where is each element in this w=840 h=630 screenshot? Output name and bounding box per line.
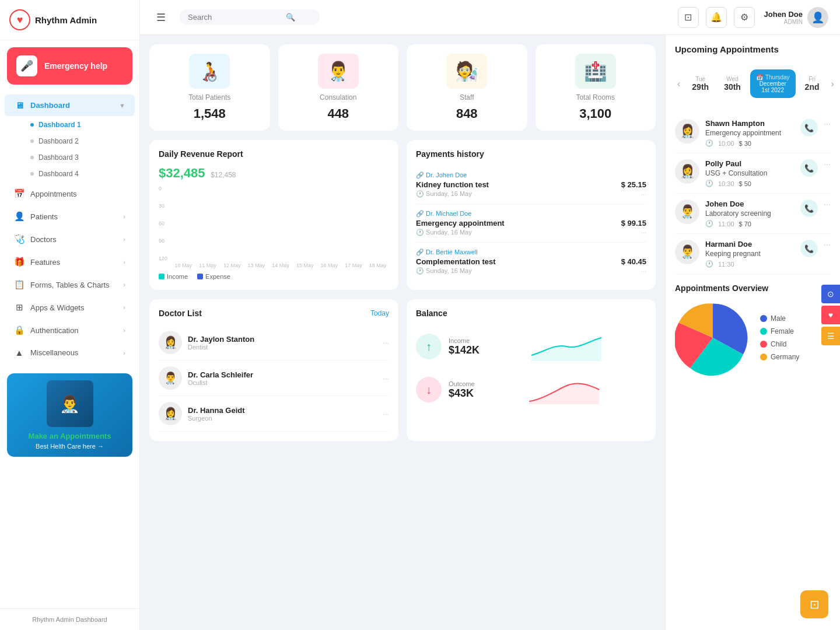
settings-button[interactable]: ⚙ xyxy=(734,7,755,28)
patients-icon: 👤 xyxy=(14,211,24,222)
stat-value-rooms: 3,100 xyxy=(579,106,611,121)
doctor-name: Dr. Jaylon Stanton xyxy=(188,335,377,344)
search-bar[interactable]: 🔍 xyxy=(180,9,320,25)
sidebar-item-appointments[interactable]: 📅 Appointments xyxy=(5,183,135,205)
stat-card-consulation: 👨‍⚕️ Consulation 448 xyxy=(278,44,399,131)
list-item: 👩‍⚕️ Dr. Jaylon Stanton Dentist ··· xyxy=(159,325,389,360)
appointment-item: 👨‍⚕️ Johen Doe Laboratory screening 🕐 11… xyxy=(675,194,831,234)
date-prev-button[interactable]: ‹ xyxy=(675,76,682,92)
appt-patient-name: Johen Doe xyxy=(705,200,794,208)
sidebar-item-dashboard3[interactable]: Dashboard 3 xyxy=(21,149,139,166)
date-item-tue[interactable]: Tue 29th xyxy=(686,71,715,96)
legend-color xyxy=(760,328,767,335)
appointments-overview: Appointments Overview xyxy=(675,284,831,376)
payment-service: Kidney function test$ 25.15 xyxy=(416,180,646,189)
appt-patient-name: Polly Paul xyxy=(705,159,794,168)
appt-options-button[interactable]: ··· xyxy=(824,240,831,249)
date-full-thu: December 1st 2022 xyxy=(756,80,790,93)
pie-chart xyxy=(675,300,751,376)
payment-dots[interactable]: ··· xyxy=(641,229,646,236)
features-icon: 🎁 xyxy=(14,257,24,267)
sidebar-item-dashboard[interactable]: 🖥 Dashboard ▼ xyxy=(5,94,135,116)
apps-icon: ⊞ xyxy=(14,302,24,313)
side-tool-red[interactable]: ♥ xyxy=(821,306,840,324)
stat-card-staff: 🧑‍🔬 Staff 848 xyxy=(407,44,527,131)
appt-type: Laboratory screening xyxy=(705,209,794,218)
promo-subtitle[interactable]: Best Helth Care here → xyxy=(14,443,125,450)
chart-legend: Income Expense xyxy=(159,273,389,280)
appt-meta: 🕐 11:30 xyxy=(705,260,794,268)
user-name: Johen Doe xyxy=(764,10,803,19)
date-item-fri[interactable]: Fri 2nd xyxy=(799,71,825,96)
dashboard-label: Dashboard xyxy=(30,101,70,110)
date-item-wed[interactable]: Wed 30th xyxy=(718,71,747,96)
call-button[interactable]: 📞 xyxy=(800,200,818,217)
payment-date: 🕐 Sunday, 16 May ··· xyxy=(416,267,646,275)
notifications-button[interactable]: 🔔 xyxy=(706,7,727,28)
pie-legend: Male Female Child Germany xyxy=(760,314,799,361)
sidebar-item-forms[interactable]: 📋 Forms, Tables & Charts › xyxy=(5,274,135,296)
x-label: 14 May xyxy=(270,262,292,268)
appt-options-button[interactable]: ··· xyxy=(824,200,831,209)
right-panel: Upcoming Appointments ‹ Tue 29th Wed 30t… xyxy=(665,35,840,630)
date-day-fri: Fri xyxy=(805,76,820,82)
call-button[interactable]: 📞 xyxy=(800,159,818,177)
sidebar-item-dashboard2[interactable]: Dashboard 2 xyxy=(21,133,139,149)
legend-label: Male xyxy=(771,314,786,323)
appt-options-button[interactable]: ··· xyxy=(824,159,831,169)
sub-dot xyxy=(30,156,34,159)
payment-dots[interactable]: ··· xyxy=(641,191,646,198)
date-num-tue: 29th xyxy=(692,82,709,92)
sidebar-item-apps[interactable]: ⊞ Apps & Widgets › xyxy=(5,296,135,318)
stat-value-patients: 1,548 xyxy=(194,106,226,121)
staff-illustration: 🧑‍🔬 xyxy=(446,54,487,89)
doctor-avatar: 👩‍⚕️ xyxy=(159,402,182,425)
emergency-button[interactable]: 🎤 Emergency help xyxy=(7,47,132,85)
user-role: ADMIN xyxy=(764,19,803,25)
payment-service: Emergency appointment$ 99.15 xyxy=(416,219,646,228)
stat-value-staff: 848 xyxy=(456,106,478,121)
call-button[interactable]: 📞 xyxy=(800,240,818,257)
appt-info: Polly Paul USG + Consultation 🕐 10:30 $ … xyxy=(705,159,794,187)
consulation-illustration: 👨‍⚕️ xyxy=(318,54,359,89)
side-tool-blue[interactable]: ⊙ xyxy=(821,285,840,303)
payment-service: Complementation test$ 40.45 xyxy=(416,257,646,266)
call-button[interactable]: 📞 xyxy=(800,119,818,136)
doctor-options-button[interactable]: ··· xyxy=(383,338,389,347)
fullscreen-button[interactable]: ⊡ xyxy=(678,7,699,28)
payment-dots[interactable]: ··· xyxy=(641,268,646,275)
sidebar-item-dashboard4[interactable]: Dashboard 4 xyxy=(21,166,139,182)
outcome-balance-item: ↓ Outcome $43K xyxy=(416,368,646,411)
x-label: 11 May xyxy=(197,262,219,268)
appt-avatar: 👨‍⚕️ xyxy=(675,200,699,224)
x-label: 12 May xyxy=(220,262,243,268)
side-tool-yellow[interactable]: ☰ xyxy=(821,327,840,345)
sidebar-item-features[interactable]: 🎁 Features › xyxy=(5,251,135,273)
overview-title: Appointments Overview xyxy=(675,284,831,293)
date-item-thu[interactable]: 📅 Thursday December 1st 2022 xyxy=(750,69,796,98)
income-balance-value: $142K xyxy=(449,344,480,356)
doctor-info: Dr. Carla Schleifer Oculist xyxy=(188,370,377,386)
doctor-options-button[interactable]: ··· xyxy=(383,410,389,418)
sidebar-item-auth[interactable]: 🔒 Authentication › xyxy=(5,319,135,341)
sidebar-item-dashboard1[interactable]: Dashboard 1 xyxy=(21,117,139,133)
sidebar-item-doctors[interactable]: 🩺 Doctors › xyxy=(5,228,135,250)
date-next-button[interactable]: › xyxy=(829,76,836,92)
apps-label: Apps & Widgets xyxy=(30,303,85,312)
sidebar-item-misc[interactable]: ▲ Miscellaneous › xyxy=(5,342,135,363)
chevron-right-icon: › xyxy=(123,213,125,220)
menu-toggle[interactable]: ☰ xyxy=(152,9,170,26)
appt-meta: 🕐 10:00 $ 30 xyxy=(705,139,794,147)
patients-label: Patients xyxy=(30,212,58,221)
stat-cards: 🧑‍🦽 Total Patients 1,548 👨‍⚕️ Consulatio… xyxy=(149,44,656,131)
appt-type: Emergency appointment xyxy=(705,129,794,137)
doctors-icon: 🩺 xyxy=(14,234,24,244)
appt-options-button[interactable]: ··· xyxy=(824,119,831,128)
legend-row: Germany xyxy=(760,353,799,361)
search-input[interactable] xyxy=(188,13,281,22)
sub-dot xyxy=(30,172,34,176)
float-button[interactable]: ⊡ xyxy=(800,590,828,618)
sidebar-item-patients[interactable]: 👤 Patients › xyxy=(5,205,135,228)
doctor-list: 👩‍⚕️ Dr. Jaylon Stanton Dentist ··· 👨‍⚕️… xyxy=(159,325,389,432)
doctor-options-button[interactable]: ··· xyxy=(383,374,389,383)
